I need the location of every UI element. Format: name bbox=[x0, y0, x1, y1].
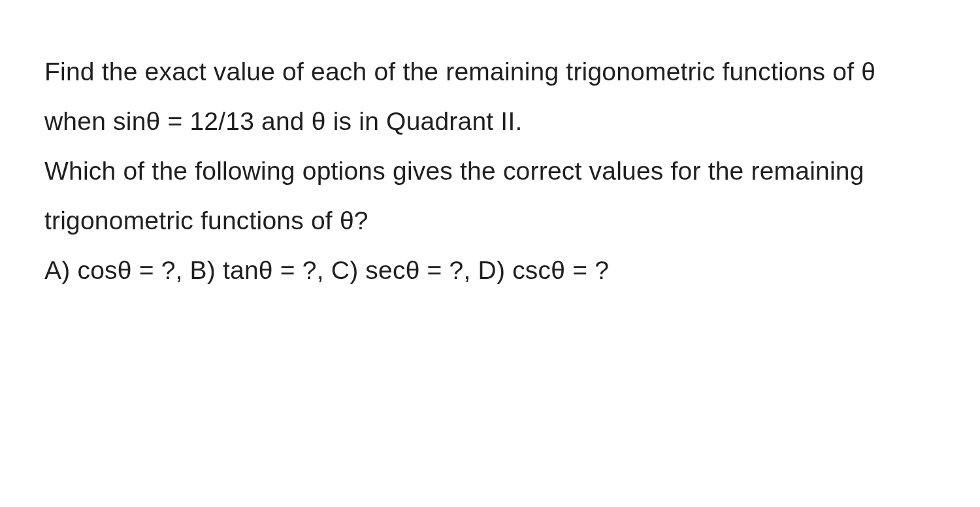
problem-statement-2: Which of the following options gives the… bbox=[44, 146, 936, 246]
problem-statement-1: Find the exact value of each of the rema… bbox=[44, 47, 936, 146]
problem-text: Find the exact value of each of the rema… bbox=[44, 47, 936, 295]
problem-options: A) cosθ = ?, B) tanθ = ?, C) secθ = ?, D… bbox=[44, 246, 936, 295]
